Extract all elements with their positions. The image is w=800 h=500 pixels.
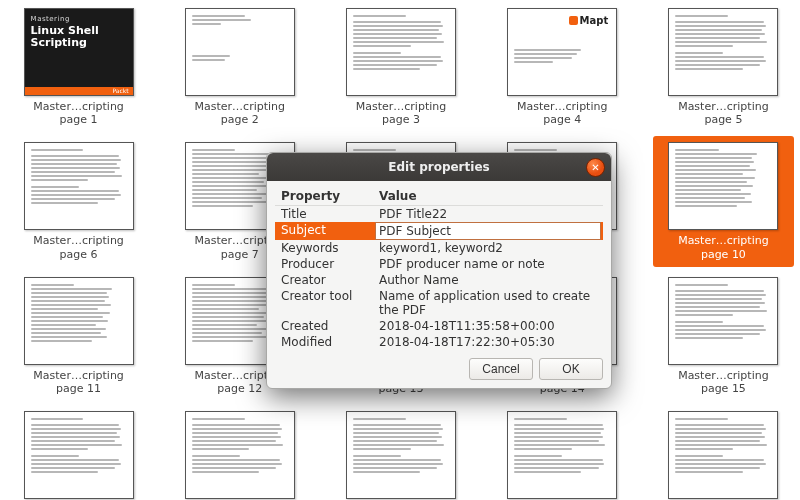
cover-series: Mastering	[31, 15, 127, 23]
property-key: Keywords	[275, 240, 373, 256]
dialog-body: Property Value TitlePDF Title22SubjectKe…	[267, 181, 611, 388]
cover-title: Linux Shell Scripting	[31, 25, 127, 49]
properties-table: Property Value TitlePDF Title22SubjectKe…	[275, 187, 603, 350]
property-value[interactable]: Name of application used to create the P…	[373, 288, 603, 318]
page-thumb[interactable]: MasteringLinux Shell Scripting Packt	[24, 8, 134, 96]
property-row[interactable]: ProducerPDF producer name or note	[275, 256, 603, 272]
edit-properties-dialog: Edit properties ✕ Property Value TitlePD…	[266, 152, 612, 389]
property-key: Created	[275, 318, 373, 334]
close-icon[interactable]: ✕	[586, 158, 605, 177]
dialog-title: Edit properties	[388, 160, 489, 174]
property-row[interactable]: Creator toolName of application used to …	[275, 288, 603, 318]
property-key: Creator tool	[275, 288, 373, 318]
dialog-titlebar[interactable]: Edit properties ✕	[267, 153, 611, 181]
property-key: Producer	[275, 256, 373, 272]
page-thumb-wrap[interactable]: Master…criptingpage 15	[653, 271, 794, 401]
page-thumb-wrap[interactable]	[8, 405, 149, 500]
thumb-caption: Master…criptingpage 11	[33, 369, 124, 395]
page-thumb[interactable]	[185, 411, 295, 499]
thumb-caption: Master…criptingpage 10	[678, 234, 769, 260]
page-thumb-wrap[interactable]	[492, 405, 633, 500]
property-row[interactable]: CreatorAuthor Name	[275, 272, 603, 288]
page-thumb[interactable]	[346, 8, 456, 96]
property-value[interactable]: Author Name	[373, 272, 603, 288]
thumb-caption: Master…criptingpage 6	[33, 234, 124, 260]
page-thumb-wrap[interactable]: Master…criptingpage 2	[169, 2, 310, 132]
dialog-buttons: Cancel OK	[275, 358, 603, 380]
property-row[interactable]: Subject	[275, 222, 603, 240]
page-thumb-wrap[interactable]: Master…criptingpage 10	[653, 136, 794, 266]
property-row[interactable]: Modified2018-04-18T17:22:30+05:30	[275, 334, 603, 350]
thumb-caption: Master…criptingpage 4	[517, 100, 608, 126]
mapt-logo: Mapt	[569, 15, 609, 26]
page-thumb[interactable]	[668, 142, 778, 230]
page-thumb[interactable]	[185, 8, 295, 96]
page-thumb-wrap[interactable]	[653, 405, 794, 500]
cover-subtitle	[31, 53, 127, 59]
page-thumb-wrap[interactable]: Master…criptingpage 11	[8, 271, 149, 401]
property-key: Subject	[275, 222, 373, 240]
page-thumb-wrap[interactable]: MasteringLinux Shell Scripting PacktMast…	[8, 2, 149, 132]
cancel-button[interactable]: Cancel	[469, 358, 533, 380]
page-thumb[interactable]	[24, 142, 134, 230]
thumb-caption: Master…criptingpage 5	[678, 100, 769, 126]
thumb-caption: Master…criptingpage 15	[678, 369, 769, 395]
property-value[interactable]	[373, 222, 603, 240]
page-thumb[interactable]	[24, 277, 134, 365]
property-value[interactable]: PDF Title22	[373, 206, 603, 223]
page-thumb[interactable]: Mapt	[507, 8, 617, 96]
cover-publisher: Packt	[112, 87, 128, 94]
thumb-caption: Master…criptingpage 1	[33, 100, 124, 126]
thumb-caption: Master…criptingpage 3	[356, 100, 447, 126]
page-thumb-wrap[interactable]	[330, 405, 471, 500]
page-thumb[interactable]	[24, 411, 134, 499]
property-value[interactable]: PDF producer name or note	[373, 256, 603, 272]
property-key: Creator	[275, 272, 373, 288]
page-thumb[interactable]	[346, 411, 456, 499]
page-thumb[interactable]	[668, 8, 778, 96]
property-row[interactable]: Keywordskeyword1, keyword2	[275, 240, 603, 256]
ok-button[interactable]: OK	[539, 358, 603, 380]
property-value[interactable]: keyword1, keyword2	[373, 240, 603, 256]
thumb-caption: Master…criptingpage 2	[195, 100, 286, 126]
page-thumb-wrap[interactable]: Master…criptingpage 6	[8, 136, 149, 266]
page-thumb-wrap[interactable]: MaptMaster…criptingpage 4	[492, 2, 633, 132]
page-thumb[interactable]	[668, 277, 778, 365]
page-thumb-wrap[interactable]: Master…criptingpage 3	[330, 2, 471, 132]
page-thumb-wrap[interactable]: Master…criptingpage 5	[653, 2, 794, 132]
col-property[interactable]: Property	[275, 187, 373, 206]
property-value[interactable]: 2018-04-18T17:22:30+05:30	[373, 334, 603, 350]
page-thumb[interactable]	[668, 411, 778, 499]
property-key: Title	[275, 206, 373, 223]
property-value-input[interactable]	[375, 222, 601, 240]
property-value[interactable]: 2018-04-18T11:35:58+00:00	[373, 318, 603, 334]
property-row[interactable]: TitlePDF Title22	[275, 206, 603, 223]
property-row[interactable]: Created2018-04-18T11:35:58+00:00	[275, 318, 603, 334]
page-thumb-wrap[interactable]	[169, 405, 310, 500]
page-thumb[interactable]	[507, 411, 617, 499]
property-key: Modified	[275, 334, 373, 350]
col-value[interactable]: Value	[373, 187, 603, 206]
